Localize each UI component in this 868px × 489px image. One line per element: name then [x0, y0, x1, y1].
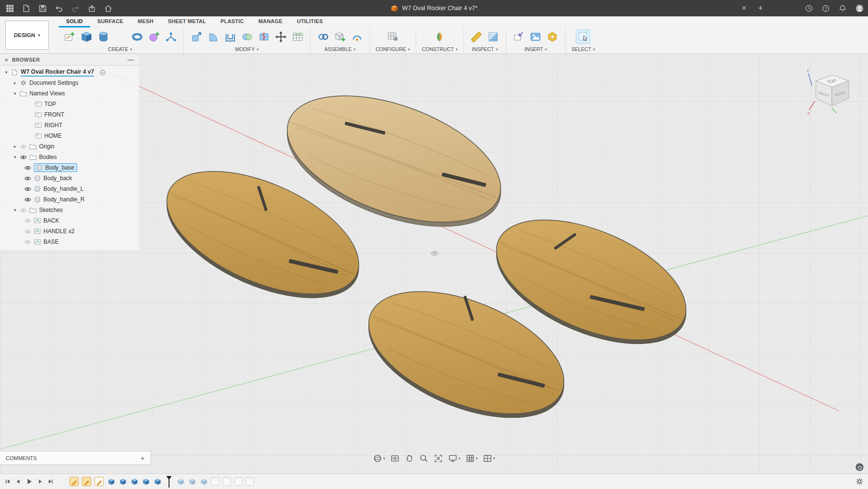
job-status-clock-icon[interactable] — [804, 3, 814, 13]
browser-header[interactable]: « BROWSER — — [0, 54, 139, 66]
configure-table-icon[interactable] — [386, 30, 400, 43]
timeline-feature-suppressed[interactable] — [211, 477, 219, 486]
timeline-position-marker[interactable] — [166, 476, 172, 488]
browser-item-document-settings[interactable]: ▸ Document Settings — [0, 78, 139, 88]
browser-item-body-handle-r[interactable]: Body_handle_R — [0, 194, 139, 205]
inspect-menu[interactable]: INSPECT▾ — [472, 45, 498, 52]
browser-item-bodies[interactable]: ▾ Bodies — [0, 152, 139, 162]
browser-item-view-front[interactable]: FRONT — [0, 109, 139, 120]
timeline-feature-suppressed[interactable] — [246, 477, 254, 486]
browser-root-item[interactable]: ▾ W7 Oval Rocker Chair 4 v7 — [0, 67, 139, 78]
combine-icon[interactable] — [240, 30, 254, 43]
insert-menu[interactable]: INSERT▾ — [525, 45, 547, 52]
chevron-right-icon[interactable]: ▸ — [13, 144, 17, 149]
user-avatar[interactable] — [854, 3, 864, 13]
pan-button[interactable] — [405, 454, 414, 463]
construction-plane-icon[interactable] — [433, 30, 447, 43]
change-parameters-icon[interactable] — [291, 30, 304, 43]
chevron-right-icon[interactable]: ▸ — [13, 80, 17, 85]
visibility-eye-icon[interactable] — [24, 229, 31, 234]
activate-component-icon[interactable] — [99, 69, 106, 76]
browser-item-view-home[interactable]: HOME — [0, 131, 139, 141]
visibility-eye-icon[interactable] — [24, 186, 31, 192]
timeline-feature-extrude[interactable] — [153, 477, 162, 486]
tab-plastic[interactable]: PLASTIC — [213, 16, 251, 27]
select-marquee-icon[interactable] — [576, 29, 590, 44]
visibility-eye-icon[interactable] — [24, 218, 31, 224]
notifications-bell-icon[interactable] — [838, 3, 847, 13]
redo-icon[interactable] — [70, 3, 80, 13]
timeline-skip-start-icon[interactable] — [4, 478, 11, 485]
display-settings-button[interactable]: ▾ — [448, 454, 460, 463]
visibility-eye-icon[interactable] — [24, 165, 31, 171]
browser-item-origin[interactable]: ▸ Origin — [0, 141, 139, 152]
app-grid-icon[interactable] — [5, 3, 14, 13]
timeline-feature-extrude-rolled[interactable] — [200, 477, 208, 486]
browser-item-body-base[interactable]: Body_base — [0, 162, 139, 173]
viewports-button[interactable]: ▾ — [483, 454, 495, 463]
browser-item-sketch-handle[interactable]: HANDLE x2 — [0, 226, 139, 237]
timeline-step-back-icon[interactable] — [15, 478, 21, 485]
tab-solid[interactable]: SOLID — [59, 16, 90, 27]
assemble-menu[interactable]: ASSEMBLE▾ — [325, 45, 356, 52]
timeline-feature-extrude[interactable] — [142, 477, 150, 486]
browser-item-sketch-base[interactable]: BASE — [0, 237, 139, 247]
undo-icon[interactable] — [54, 3, 64, 13]
browser-item-sketch-back[interactable]: BACK — [0, 215, 139, 226]
canvas-image-icon[interactable] — [529, 30, 542, 43]
look-at-button[interactable] — [390, 454, 399, 463]
tab-utilities[interactable]: UTILITIES — [290, 16, 330, 27]
torus-icon[interactable] — [130, 30, 144, 43]
joint-link-icon[interactable] — [316, 30, 330, 43]
fit-button[interactable] — [434, 454, 443, 463]
assistant-icon[interactable] — [855, 463, 864, 472]
grid-snaps-button[interactable]: ▾ — [466, 454, 478, 463]
add-comment-button[interactable]: + — [140, 454, 145, 462]
fillet-icon[interactable] — [206, 30, 220, 43]
browser-item-view-right[interactable]: RIGHT — [0, 120, 139, 131]
create-sketch-icon[interactable] — [63, 30, 76, 43]
modify-menu[interactable]: MODIFY▾ — [235, 45, 259, 52]
timeline-feature-extrude[interactable] — [130, 477, 138, 486]
timeline-feature-extrude[interactable] — [119, 477, 127, 486]
create-form-icon[interactable] — [147, 30, 161, 43]
minimize-panel-icon[interactable]: — — [128, 57, 134, 62]
section-analysis-icon[interactable] — [487, 30, 500, 43]
construct-menu[interactable]: CONSTRUCT▾ — [422, 45, 458, 52]
mcmaster-icon[interactable] — [546, 30, 559, 43]
chevron-down-icon[interactable]: ▾ — [4, 70, 9, 75]
visibility-eye-icon[interactable] — [20, 155, 27, 160]
help-icon[interactable]: ? — [821, 3, 830, 13]
timeline-play-icon[interactable] — [26, 478, 33, 485]
configure-menu[interactable]: CONFIGURE▾ — [376, 45, 410, 52]
visibility-eye-icon[interactable] — [20, 144, 27, 149]
browser-item-view-top[interactable]: TOP — [0, 99, 139, 109]
cylinder-icon[interactable] — [96, 30, 110, 43]
selected-item-highlight[interactable]: Body_base — [34, 163, 77, 172]
select-menu[interactable]: SELECT▾ — [571, 45, 595, 52]
collapse-panel-icon[interactable]: « — [5, 56, 8, 63]
visibility-eye-icon[interactable] — [20, 208, 27, 213]
insert-derive-icon[interactable] — [512, 30, 526, 43]
press-pull-icon[interactable] — [190, 30, 203, 43]
chevron-down-icon[interactable]: ▾ — [13, 155, 17, 159]
shell-icon[interactable] — [223, 30, 237, 43]
tab-surface[interactable]: SURFACE — [90, 16, 131, 27]
timeline-feature-suppressed[interactable] — [234, 477, 243, 486]
browser-item-body-handle-l[interactable]: Body_handle_L — [0, 184, 139, 194]
joint-icon[interactable] — [350, 30, 364, 43]
visibility-eye-icon[interactable] — [24, 176, 31, 181]
new-component-icon[interactable] — [333, 30, 347, 43]
visibility-eye-icon[interactable] — [24, 197, 31, 202]
visibility-eye-icon[interactable] — [24, 239, 31, 245]
measure-icon[interactable] — [470, 30, 483, 43]
sphere-icon[interactable] — [113, 30, 127, 43]
timeline-feature-suppressed[interactable] — [223, 477, 231, 486]
move-copy-icon[interactable] — [274, 30, 287, 43]
timeline-feature-sketch[interactable] — [69, 477, 79, 486]
timeline-feature-extrude-rolled[interactable] — [176, 477, 185, 486]
save-icon[interactable] — [38, 3, 47, 13]
close-tab-icon[interactable]: × — [739, 3, 749, 13]
pattern-icon[interactable] — [164, 30, 177, 43]
timeline-feature-sketch[interactable] — [82, 477, 91, 486]
